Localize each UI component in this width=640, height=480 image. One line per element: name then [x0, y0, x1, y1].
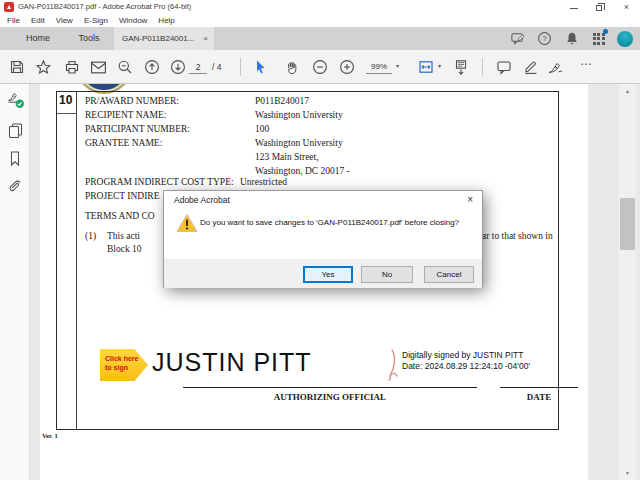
- page-display-button[interactable]: [451, 58, 471, 76]
- zoom-in-icon: [339, 59, 355, 75]
- yes-button[interactable]: Yes: [303, 266, 353, 283]
- ribbon-icon: [386, 349, 400, 381]
- sign-button[interactable]: [545, 58, 565, 76]
- star-icon: [35, 59, 52, 76]
- zoom-level-input[interactable]: 99%: [366, 60, 392, 74]
- print-button[interactable]: [62, 58, 82, 76]
- save-changes-dialog: Adobe Acrobat × Do you want to save chan…: [163, 190, 483, 288]
- digital-signature-details: Digitally signed by JUSTIN PITT Date: 20…: [402, 350, 530, 372]
- next-page-button[interactable]: [168, 58, 188, 76]
- left-sidebar: [0, 84, 30, 480]
- warning-icon: [176, 213, 198, 233]
- field-row: PR/AWARD NUMBER:P011B240017: [85, 94, 350, 108]
- zoom-caret-icon[interactable]: ▾: [396, 62, 399, 69]
- scrollbar-thumb[interactable]: [620, 198, 635, 250]
- signature-name: JUSTIN PITT: [152, 348, 312, 377]
- vertical-scrollbar[interactable]: ▲ ▼: [619, 84, 636, 480]
- address-row: 123 Main Street,: [85, 150, 350, 164]
- toolbar: 2 / 4 99% ▾ ▾ …: [0, 50, 640, 84]
- pages-icon: [7, 122, 24, 139]
- acrobat-window: GAN-P011B240017.pdf - Adobe Acrobat Pro …: [0, 0, 640, 480]
- save-icon: [9, 59, 25, 75]
- zoom-out-button[interactable]: [310, 58, 330, 76]
- more-tools-button[interactable]: …: [580, 54, 593, 68]
- block-number: 10: [59, 93, 72, 107]
- highlight-icon: [523, 59, 539, 75]
- notification-dot: [603, 29, 608, 34]
- email-icon: [90, 60, 107, 75]
- hand-tool-button[interactable]: [282, 58, 302, 76]
- bell-icon: [565, 31, 579, 46]
- fit-width-caret-icon[interactable]: ▾: [438, 62, 441, 69]
- help-icon: ?: [537, 31, 552, 46]
- scroll-down-icon[interactable]: ▼: [619, 466, 636, 480]
- fit-width-button[interactable]: [416, 58, 436, 76]
- menu-file[interactable]: File: [7, 16, 20, 25]
- star-button[interactable]: [33, 58, 53, 76]
- page-thumbnails-button[interactable]: [5, 120, 25, 140]
- fit-width-icon: [418, 59, 434, 75]
- tab-home[interactable]: Home: [14, 27, 62, 50]
- field-row: GRANTEE NAME:Washington University: [85, 136, 350, 150]
- dialog-message: Do you want to save changes to 'GAN-P011…: [200, 218, 470, 227]
- tab-document[interactable]: GAN-P011B24001... ×: [114, 27, 214, 50]
- apps-grid-button[interactable]: [590, 30, 607, 47]
- previous-page-button[interactable]: [142, 58, 162, 76]
- window-title: GAN-P011B240017.pdf - Adobe Acrobat Pro …: [18, 0, 191, 14]
- help-button[interactable]: ?: [536, 30, 553, 47]
- apps-grid-icon: [593, 33, 605, 45]
- notifications-button[interactable]: [563, 30, 580, 47]
- tab-tools[interactable]: Tools: [66, 27, 112, 50]
- tab-close-icon[interactable]: ×: [203, 27, 208, 50]
- address-row: Washington, DC 20017 -: [85, 164, 350, 178]
- project-cost-fragment: PROJECT INDIRE: [85, 191, 160, 201]
- feedback-icon: [510, 31, 525, 46]
- field-row: RECIPIENT NAME:Washington University: [85, 108, 350, 122]
- menu-window[interactable]: Window: [119, 16, 147, 25]
- menu-esign[interactable]: E-Sign: [84, 16, 108, 25]
- sign-icon: [547, 59, 564, 75]
- restore-button[interactable]: [596, 3, 605, 12]
- menu-edit[interactable]: Edit: [31, 16, 45, 25]
- avatar[interactable]: [617, 31, 633, 47]
- close-button[interactable]: ×: [622, 3, 631, 12]
- page-total-label: / 4: [212, 60, 221, 74]
- bookmarks-button[interactable]: [5, 148, 25, 168]
- form-column-divider: [76, 91, 77, 430]
- page-down-icon: [170, 59, 186, 75]
- feedback-button[interactable]: [509, 30, 526, 47]
- hand-tool-icon: [284, 59, 300, 75]
- minimize-icon: [570, 8, 578, 9]
- authorizing-official-label: AUTHORIZING OFFICIAL: [183, 392, 477, 402]
- cancel-button[interactable]: Cancel: [424, 266, 474, 283]
- menu-help[interactable]: Help: [158, 16, 174, 25]
- esign-panel-button[interactable]: [5, 89, 25, 109]
- print-icon: [64, 59, 80, 75]
- title-bar: GAN-P011B240017.pdf - Adobe Acrobat Pro …: [0, 0, 640, 14]
- email-button[interactable]: [88, 58, 108, 76]
- page-number-input[interactable]: 2: [189, 60, 207, 74]
- acrobat-app-icon: [4, 2, 14, 12]
- esign-check-icon: [6, 90, 25, 109]
- page-display-icon: [453, 59, 469, 76]
- version-label: Ver. 1: [42, 432, 58, 439]
- zoom-out-icon: [312, 59, 328, 75]
- dialog-close-icon[interactable]: ×: [467, 194, 473, 205]
- restore-icon: [596, 5, 602, 11]
- minimize-button[interactable]: [570, 3, 579, 12]
- search-button[interactable]: [115, 58, 135, 76]
- select-tool-button[interactable]: [250, 58, 270, 76]
- menu-view[interactable]: View: [56, 16, 73, 25]
- attachments-button[interactable]: [5, 176, 25, 196]
- highlight-button[interactable]: [521, 58, 541, 76]
- menu-bar: File Edit View E-Sign Window Help: [0, 14, 640, 27]
- zoom-in-button[interactable]: [337, 58, 357, 76]
- award-fields: PR/AWARD NUMBER:P011B240017 RECIPIENT NA…: [85, 94, 350, 178]
- no-button[interactable]: No: [361, 266, 413, 283]
- scroll-up-icon[interactable]: ▲: [619, 84, 636, 98]
- comment-icon: [496, 60, 512, 75]
- terms-heading-fragment: TERMS AND CO: [85, 211, 155, 221]
- comment-button[interactable]: [494, 58, 514, 76]
- search-icon: [117, 59, 133, 75]
- save-button[interactable]: [7, 58, 27, 76]
